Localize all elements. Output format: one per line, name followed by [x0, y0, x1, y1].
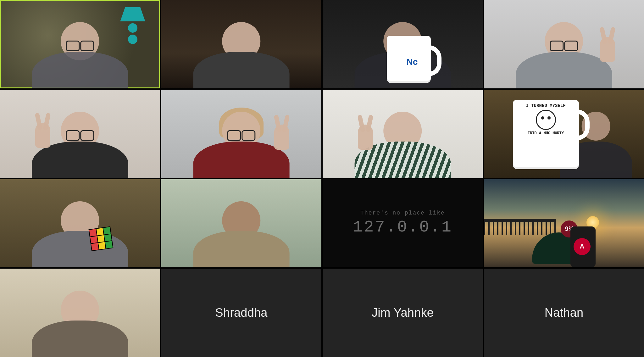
video-tile-participant-10[interactable]: [161, 179, 321, 268]
video-tile-participant-13[interactable]: [0, 269, 160, 357]
participant-name-label: Nathan: [545, 306, 584, 320]
video-gallery-grid: Nc I TURNED MYSELF INTO A MUG MORTY: [0, 0, 644, 357]
video-tile-participant-7[interactable]: [323, 90, 483, 178]
pointing-hand-icon: [35, 123, 50, 148]
mug-text-bottom: INTO A MUG MORTY: [513, 130, 579, 136]
video-tile-participant-8[interactable]: I TURNED MYSELF INTO A MUG MORTY: [484, 90, 644, 178]
video-tile-participant-1[interactable]: [0, 0, 160, 88]
participant-name-label: Jim Yahnke: [372, 306, 434, 320]
mug-logo-text: Nc: [407, 57, 418, 67]
peace-sign-icon: [358, 125, 373, 150]
participant-name-label: Shraddha: [215, 306, 267, 320]
name-tile-jim-yahnke[interactable]: Jim Yahnke: [323, 269, 483, 357]
peace-sign-icon: [274, 125, 289, 150]
mug-icon: Nc: [387, 36, 431, 83]
video-tile-participant-6[interactable]: [161, 90, 321, 178]
video-tile-participant-9[interactable]: [0, 179, 160, 268]
video-tile-participant-5[interactable]: [0, 90, 160, 178]
mug-text-top: I TURNED MYSELF: [513, 100, 579, 110]
mug-icon: I TURNED MYSELF INTO A MUG MORTY: [513, 100, 579, 169]
name-tile-shraddha[interactable]: Shraddha: [161, 269, 321, 357]
terminal-text-small: There's no place like: [360, 210, 445, 216]
pier-icon: [484, 219, 556, 222]
video-tile-participant-12[interactable]: 9¾ A: [484, 179, 644, 268]
peace-sign-icon: [600, 37, 615, 62]
angular-logo-badge: A: [574, 238, 591, 255]
video-tile-participant-3[interactable]: Nc: [323, 0, 483, 88]
cartoon-face-icon: [536, 110, 556, 130]
video-tile-participant-2[interactable]: [161, 0, 321, 88]
name-tile-nathan[interactable]: Nathan: [484, 269, 644, 357]
video-tile-participant-4[interactable]: [484, 0, 644, 88]
video-tile-participant-11-camera-off[interactable]: There's no place like 127.0.0.1: [323, 179, 483, 268]
rubiks-cube-icon: [89, 226, 114, 251]
terminal-text-large: 127.0.0.1: [353, 218, 452, 237]
